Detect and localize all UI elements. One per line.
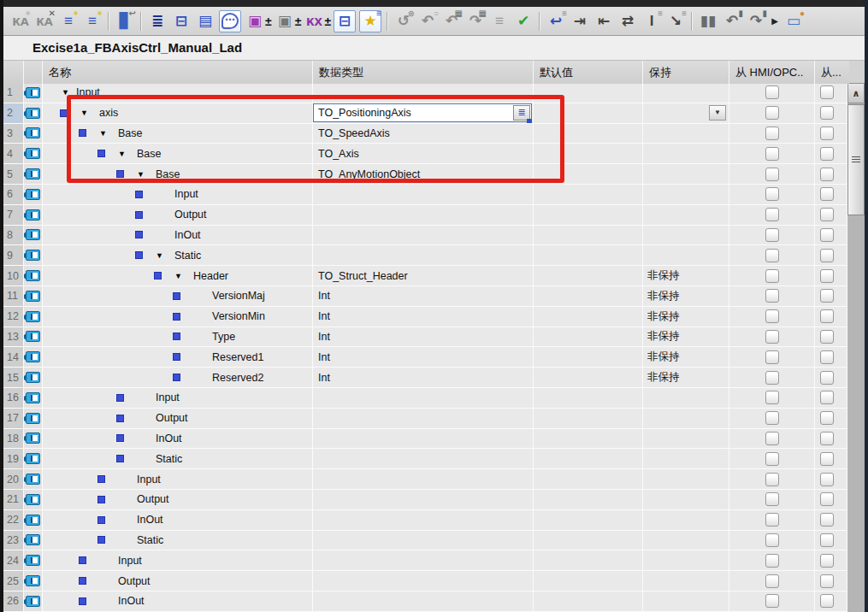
retain-cell[interactable] — [643, 226, 729, 246]
hmi-accessible-checkbox[interactable] — [765, 330, 779, 344]
from-checkbox[interactable] — [820, 147, 834, 161]
default-value-cell[interactable] — [534, 388, 643, 409]
row-number[interactable]: 12 — [3, 307, 24, 327]
indent-icon[interactable]: ⇥ — [570, 11, 590, 32]
default-value-cell[interactable] — [534, 449, 643, 469]
default-value-cell[interactable] — [534, 327, 643, 348]
row-number[interactable]: 16 — [3, 388, 24, 409]
hmi-accessible-checkbox[interactable] — [765, 533, 779, 547]
datatype-cell[interactable] — [313, 185, 534, 205]
header-retain[interactable]: 保持 — [643, 61, 729, 84]
header-default-value[interactable]: 默认值 — [534, 61, 643, 84]
from-checkbox[interactable] — [820, 309, 834, 323]
vertical-scrollbar[interactable]: ∧ — [847, 83, 865, 612]
retain-cell[interactable] — [643, 490, 729, 510]
redo-icon[interactable]: ↶○ — [417, 11, 438, 32]
row-number[interactable]: 13 — [3, 327, 24, 348]
hmi-accessible-checkbox[interactable] — [765, 391, 779, 404]
from-checkbox[interactable] — [820, 168, 834, 181]
from-checkbox[interactable] — [820, 371, 834, 385]
upload-from-device-icon[interactable]: ↷▦ — [465, 11, 486, 32]
default-value-cell[interactable] — [534, 347, 643, 368]
datatype-cell[interactable]: Int — [313, 327, 534, 348]
copy-snapshot-icon[interactable]: ᴋx — [304, 11, 324, 32]
default-value-cell[interactable] — [534, 245, 643, 266]
default-value-cell[interactable] — [534, 409, 643, 429]
comment-toggle-icon[interactable]: ⋯ — [219, 10, 241, 32]
name-cell[interactable]: Output — [43, 409, 313, 429]
name-cell[interactable]: Input — [43, 185, 313, 205]
retain-cell[interactable] — [643, 510, 729, 531]
row-number[interactable]: 24 — [3, 550, 24, 571]
hmi-accessible-checkbox[interactable] — [765, 187, 779, 201]
datatype-cell[interactable]: Int — [313, 286, 534, 307]
collapse-section-icon[interactable]: ⊟ — [171, 11, 192, 32]
from-checkbox[interactable] — [820, 473, 834, 486]
from-checkbox[interactable] — [820, 187, 834, 201]
default-value-cell[interactable] — [534, 266, 643, 286]
name-cell[interactable]: Output — [43, 490, 313, 510]
from-checkbox[interactable] — [820, 208, 834, 221]
datatype-cell[interactable] — [313, 245, 534, 266]
branch-view-icon[interactable]: ↘≡ — [665, 11, 686, 32]
go-to-definition-icon[interactable]: ↩≡ — [546, 11, 566, 32]
previous-bookmark-icon[interactable]: ↶▮ — [722, 11, 742, 32]
name-cell[interactable]: Reserved1 — [43, 347, 313, 368]
add-row-icon[interactable]: ≡✶ — [82, 11, 103, 32]
insert-row-icon[interactable]: ≡✶ — [58, 11, 79, 32]
header-datatype[interactable]: 数据类型 — [313, 61, 534, 84]
name-cell[interactable]: Output — [43, 571, 313, 591]
name-cell[interactable]: InOut — [43, 591, 313, 612]
row-number[interactable]: 17 — [3, 409, 24, 429]
value-mode-plusminus[interactable]: ± — [295, 15, 302, 28]
default-value-cell[interactable] — [534, 286, 643, 307]
retain-cell[interactable] — [643, 388, 729, 409]
row-number[interactable]: 21 — [3, 490, 24, 510]
retain-cell[interactable]: ▼ — [643, 103, 729, 124]
from-checkbox[interactable] — [820, 85, 834, 99]
retain-dropdown-button[interactable]: ▼ — [709, 105, 726, 121]
hmi-accessible-checkbox[interactable] — [765, 371, 779, 385]
expand-arrow-icon[interactable]: ▼ — [174, 272, 193, 280]
hmi-accessible-checkbox[interactable] — [765, 432, 779, 445]
hmi-accessible-checkbox[interactable] — [765, 269, 779, 283]
retain-cell[interactable] — [643, 531, 729, 551]
row-number[interactable]: 18 — [3, 429, 24, 450]
row-number[interactable]: 4 — [3, 144, 24, 164]
default-value-cell[interactable] — [534, 368, 643, 388]
default-value-cell[interactable] — [534, 205, 643, 226]
datatype-cell[interactable] — [313, 591, 534, 612]
row-number[interactable]: 25 — [3, 571, 24, 591]
from-checkbox[interactable] — [820, 350, 834, 364]
retain-cell[interactable] — [643, 185, 729, 205]
default-value-cell[interactable] — [534, 571, 643, 591]
retain-cell[interactable] — [643, 571, 729, 591]
row-number[interactable]: 5 — [3, 164, 24, 185]
name-cell[interactable]: Input — [43, 388, 313, 409]
retain-cell[interactable]: 非保持 — [643, 347, 729, 368]
retain-cell[interactable] — [643, 124, 729, 144]
expand-section-icon[interactable]: ▤ — [195, 11, 216, 32]
row-number[interactable]: 26 — [3, 591, 24, 612]
name-cell[interactable]: Input — [43, 550, 313, 571]
from-checkbox[interactable] — [820, 330, 834, 344]
row-number[interactable]: 9 — [3, 245, 24, 266]
expanded-mode-icon[interactable]: ⊟ — [334, 10, 356, 32]
default-value-cell[interactable] — [534, 591, 643, 612]
datatype-cell[interactable] — [313, 205, 534, 226]
name-cell[interactable]: Type — [43, 327, 313, 348]
datatype-cell[interactable]: Int — [313, 368, 534, 388]
name-cell[interactable]: InOut — [43, 510, 313, 531]
retain-cell[interactable]: 非保持 — [643, 368, 729, 388]
from-checkbox[interactable] — [820, 228, 834, 242]
name-cell[interactable]: Static — [43, 531, 313, 551]
row-number[interactable]: 20 — [3, 469, 24, 490]
datatype-cell[interactable] — [313, 510, 534, 531]
row-number[interactable]: 22 — [3, 510, 24, 531]
header-from-hmi-opc[interactable]: 从 HMI/OPC.. — [729, 61, 815, 84]
default-value-cell[interactable] — [534, 185, 643, 205]
default-value-cell[interactable] — [534, 531, 643, 551]
row-number[interactable]: 8 — [3, 226, 24, 246]
from-checkbox[interactable] — [820, 554, 834, 568]
hmi-accessible-checkbox[interactable] — [765, 147, 779, 161]
